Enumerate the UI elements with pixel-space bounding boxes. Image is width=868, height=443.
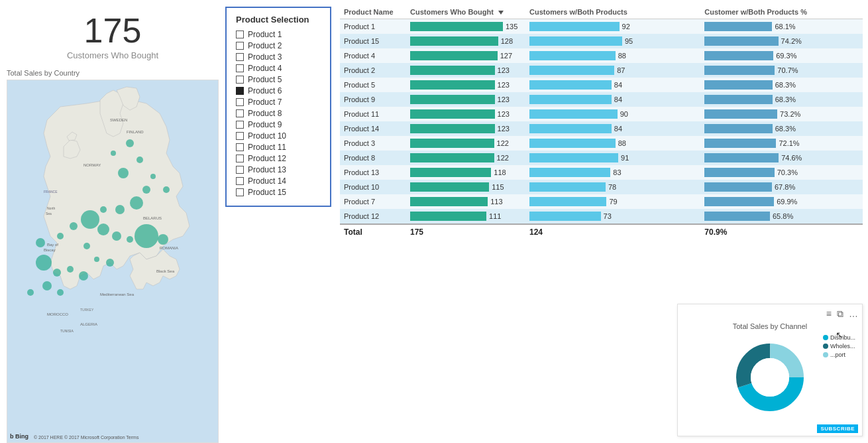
product-item-6[interactable]: Product 6	[236, 86, 321, 95]
product-item-5[interactable]: Product 5	[236, 75, 321, 84]
product-item-7[interactable]: Product 7	[236, 97, 321, 107]
product-label-13: Product 13	[248, 165, 286, 174]
cell-bought: 123	[406, 107, 525, 121]
checkbox-product-9[interactable]	[236, 121, 244, 129]
cell-product-name: Product 9	[340, 92, 406, 107]
svg-point-45	[27, 289, 34, 296]
total-bought: 175	[406, 224, 525, 239]
cell-pct: 67.8%	[700, 180, 863, 194]
cell-bought: 123	[406, 92, 525, 107]
svg-point-18	[111, 151, 116, 156]
checkbox-product-8[interactable]	[236, 109, 244, 117]
product-item-14[interactable]: Product 14	[236, 176, 321, 186]
kpi-label: Customers Who Bought	[7, 50, 219, 60]
cell-product-name: Product 10	[340, 180, 406, 194]
product-label-11: Product 11	[248, 143, 286, 152]
checkbox-product-13[interactable]	[236, 166, 244, 174]
cell-both: 88	[525, 136, 700, 151]
cell-both: 91	[525, 151, 700, 165]
table-row: Product 51238468.3%	[340, 78, 863, 92]
checkbox-product-5[interactable]	[236, 76, 244, 84]
svg-text:Bay of: Bay of	[47, 243, 58, 247]
cell-pct: 74.6%	[700, 151, 863, 165]
product-item-11[interactable]: Product 11	[236, 143, 321, 152]
cell-bought: 122	[406, 136, 525, 151]
checkbox-product-4[interactable]	[236, 64, 244, 72]
svg-point-26	[100, 206, 107, 213]
map-container: SWEDEN FINLAND NORWAY Bay of Biscay BELA…	[7, 80, 219, 443]
cell-product-name: Product 3	[340, 136, 406, 151]
svg-point-34	[158, 234, 168, 245]
svg-point-22	[163, 186, 170, 193]
product-item-1[interactable]: Product 1	[236, 30, 321, 39]
svg-text:ROMANIA: ROMANIA	[160, 246, 178, 250]
cell-pct: 68.3%	[700, 92, 863, 107]
product-item-12[interactable]: Product 12	[236, 154, 321, 163]
cell-both: 88	[525, 48, 700, 63]
map-label: Total Sales by Country	[7, 69, 219, 77]
product-item-3[interactable]: Product 3	[236, 52, 321, 62]
checkbox-product-7[interactable]	[236, 98, 244, 106]
cell-bought: 128	[406, 34, 525, 48]
cell-product-name: Product 2	[340, 63, 406, 78]
map-bg: SWEDEN FINLAND NORWAY Bay of Biscay BELA…	[7, 80, 218, 442]
checkbox-product-3[interactable]	[236, 53, 244, 61]
cell-product-name: Product 8	[340, 151, 406, 165]
bing-logo: b Bing	[10, 433, 28, 440]
product-item-4[interactable]: Product 4	[236, 64, 321, 73]
col-product-name: Product Name	[340, 5, 406, 19]
legend-label-port: ...port	[830, 351, 845, 358]
sort-arrow	[498, 11, 504, 15]
checkbox-product-11[interactable]	[236, 143, 244, 151]
svg-point-35	[83, 243, 90, 249]
product-item-9[interactable]: Product 9	[236, 120, 321, 129]
product-label-8: Product 8	[248, 109, 282, 118]
svg-text:TURKEY: TURKEY	[80, 308, 94, 312]
checkbox-product-2[interactable]	[236, 42, 244, 50]
kpi-section: 175 Customers Who Bought	[7, 7, 219, 64]
chart-toolbar: ≡ ⧉ …	[682, 308, 858, 320]
svg-text:Black Sea: Black Sea	[156, 269, 175, 273]
checkbox-product-14[interactable]	[236, 177, 244, 185]
product-item-8[interactable]: Product 8	[236, 109, 321, 118]
table-row: Product 81229174.6%	[340, 151, 863, 165]
cell-both: 95	[525, 34, 700, 48]
cell-pct: 70.3%	[700, 165, 863, 180]
legend-wholes: Wholes...	[823, 343, 855, 349]
product-label-12: Product 12	[248, 154, 286, 163]
more-icon[interactable]: …	[849, 308, 858, 320]
legend-dot-port	[823, 352, 828, 357]
cell-both: 83	[525, 165, 700, 180]
product-item-13[interactable]: Product 13	[236, 165, 321, 174]
svg-point-36	[94, 257, 99, 262]
table-row: Product 21238770.7%	[340, 63, 863, 78]
donut-chart-title: Total Sales by Channel	[682, 322, 858, 330]
cell-bought: 123	[406, 121, 525, 136]
cell-bought: 123	[406, 78, 525, 92]
cell-product-name: Product 7	[340, 194, 406, 209]
svg-text:SWEDEN: SWEDEN	[110, 118, 127, 122]
subscribe-badge[interactable]: SUBSCRIBE	[817, 424, 858, 433]
svg-text:North: North	[47, 206, 55, 210]
expand-icon[interactable]: ⧉	[837, 308, 843, 320]
svg-point-17	[126, 139, 134, 147]
cell-pct: 68.1%	[700, 19, 863, 34]
product-item-15[interactable]: Product 15	[236, 188, 321, 197]
legend-label-wholes: Wholes...	[830, 343, 855, 349]
checkbox-product-10[interactable]	[236, 132, 244, 140]
checkbox-product-15[interactable]	[236, 188, 244, 196]
hamburger-icon[interactable]: ≡	[826, 308, 832, 320]
svg-point-33	[135, 224, 158, 248]
product-item-2[interactable]: Product 2	[236, 41, 321, 50]
data-table: Product Name Customers Who Bought Custom…	[340, 5, 863, 239]
product-item-10[interactable]: Product 10	[236, 131, 321, 141]
checkbox-product-1[interactable]	[236, 31, 244, 38]
col-both-pct: Customer w/Both Products %	[700, 5, 863, 19]
svg-point-43	[42, 281, 52, 290]
product-label-9: Product 9	[248, 120, 282, 129]
table-row: Product 91238468.3%	[340, 92, 863, 107]
checkbox-product-6[interactable]	[236, 87, 244, 95]
checkbox-product-12[interactable]	[236, 155, 244, 162]
svg-text:MOROCCO: MOROCCO	[47, 312, 68, 316]
product-label-4: Product 4	[248, 64, 282, 73]
